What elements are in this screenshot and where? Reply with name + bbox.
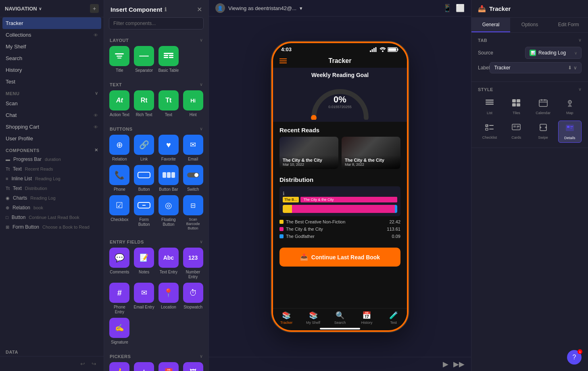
entry-fields-section-header[interactable]: ENTRY FIELDS ∨ <box>104 235 209 248</box>
picker-rating[interactable]: ★ Rating <box>133 362 155 371</box>
phone-nav-my-shelf[interactable]: 📚 My Shelf <box>300 311 326 325</box>
panel-close-button[interactable]: ✕ <box>197 6 202 13</box>
buttons-grid: ⊕ Relation 🔗 Link ♥ Favorite ✉ Email 📞 P… <box>104 135 209 235</box>
btn-button-bar[interactable]: Button Bar <box>158 165 179 192</box>
navigation-title[interactable]: NAVIGATION ∨ <box>5 6 42 12</box>
tab-general[interactable]: General <box>471 18 510 32</box>
style-cards[interactable]: Cards <box>505 121 528 143</box>
sidebar-item-user-profile[interactable]: User Profile <box>0 133 104 144</box>
sidebar-item-test[interactable]: Test <box>0 76 104 88</box>
redo-button[interactable]: ↪ <box>90 360 98 368</box>
style-checklist[interactable]: Checklist <box>478 121 501 143</box>
mobile-device-icon[interactable]: 📱 <box>443 4 452 13</box>
btn-scan-barcode[interactable]: ⊟ Scan Barcode Button <box>182 195 204 230</box>
tab-options[interactable]: Options <box>510 18 549 32</box>
undo-button[interactable]: ↩ <box>79 360 87 368</box>
component-form-button[interactable]: ⊞ Form Button Choose a Book to Read <box>0 222 104 232</box>
sidebar-item-my-shelf[interactable]: My Shelf <box>0 41 104 52</box>
btn-switch[interactable]: Switch <box>182 165 204 192</box>
sidebar-item-search[interactable]: Search <box>0 52 104 64</box>
text-section-header[interactable]: TEXT ∨ <box>104 78 209 90</box>
svg-rect-17 <box>370 50 371 52</box>
style-calendar[interactable]: Calendar <box>532 96 555 117</box>
phone-nav-search[interactable]: 🔍 Search <box>327 311 353 325</box>
phone-nav-tracker[interactable]: 📚 Tracker <box>273 311 300 325</box>
style-swipe[interactable]: Swipe <box>532 121 555 143</box>
text-rich-text[interactable]: Rt Rich Text <box>133 90 155 117</box>
entry-text-entry[interactable]: Abc Text Entry <box>158 248 179 279</box>
picker-like[interactable]: 👍 Like <box>109 362 130 371</box>
picker-date-time[interactable]: 📅 Date Time <box>158 362 179 371</box>
btn-button[interactable]: Button <box>133 165 155 192</box>
btn-email[interactable]: ✉ Email <box>182 135 204 162</box>
component-text-distribution[interactable]: Tt Text Distribution <box>0 183 104 193</box>
preview-next-button[interactable]: ▶▶ <box>453 360 465 369</box>
layout-separator[interactable]: Separator <box>133 46 155 73</box>
sidebar-item-history[interactable]: History <box>0 64 104 76</box>
layout-section-header[interactable]: LAYOUT ∨ <box>104 33 209 46</box>
buttons-section-header[interactable]: BUTTONS ∨ <box>104 122 209 135</box>
sidebar-item-collections[interactable]: Collections 👁 <box>0 29 104 41</box>
viewer-info[interactable]: 👤 Viewing as deentristan42@... ▾ <box>215 3 302 13</box>
btn-relation[interactable]: ⊕ Relation <box>109 135 130 162</box>
component-text-recent-reads[interactable]: Tt Text Recent Reads <box>0 164 104 174</box>
entry-email-entry[interactable]: ✉ Email Entry <box>133 283 155 315</box>
layout-basic-table[interactable]: Basic Table <box>158 46 179 73</box>
hamburger-menu-icon[interactable] <box>279 58 287 63</box>
component-progress-bar[interactable]: ▬ Progress Bar duration <box>0 154 104 164</box>
entry-number-entry[interactable]: 123 Number Entry <box>182 248 204 279</box>
pickers-section-header[interactable]: PICKERS ∨ <box>104 350 209 362</box>
sidebar-item-shopping-cart[interactable]: Shopping Cart 👁 <box>0 121 104 133</box>
btn-phone[interactable]: 📞 Phone <box>109 165 130 192</box>
style-map[interactable]: Map <box>558 96 582 117</box>
style-tiles[interactable]: Tiles <box>505 96 528 117</box>
sidebar-item-tracker[interactable]: Tracker <box>2 17 101 29</box>
label-input[interactable]: Tracker ⬇ ∨ <box>490 62 582 73</box>
floating-button-icon-box: ◎ <box>158 195 179 215</box>
gauge-center: 0% 0.0155720255 <box>328 94 352 109</box>
component-relation-book[interactable]: ⊕ Relation book <box>0 203 104 213</box>
read-card-2[interactable]: The City & the City Mar 8, 2022 <box>342 137 400 169</box>
read-card-1[interactable]: The City & the City Mar 10, 2022 <box>279 137 338 169</box>
text-action-text[interactable]: At Action Text <box>109 90 130 117</box>
entry-location[interactable]: 📍 Location <box>158 283 179 315</box>
entry-stopwatch[interactable]: ⏱ Stopwatch <box>182 283 204 315</box>
location-icon-box: 📍 <box>158 283 179 303</box>
text-text[interactable]: Tt Text <box>158 90 179 117</box>
source-select[interactable]: 📊 Reading Log ∨ <box>525 47 582 59</box>
sidebar-item-chat[interactable]: Chat 👁 <box>0 109 104 121</box>
btn-link[interactable]: 🔗 Link <box>133 135 155 162</box>
info-icon[interactable]: ℹ <box>165 6 167 13</box>
text-hint[interactable]: Hi Hint <box>182 90 204 117</box>
btn-floating-button[interactable]: ◎ Floating Button <box>158 195 179 230</box>
btn-checkbox[interactable]: ☑ Checkbox <box>109 195 130 230</box>
components-close-icon[interactable]: ✕ <box>94 148 98 153</box>
tablet-device-icon[interactable]: ⬜ <box>456 4 465 13</box>
add-nav-item-button[interactable]: + <box>90 4 99 13</box>
distribution-bar <box>283 205 397 213</box>
phone-nav-test[interactable]: 🧪 Test <box>380 311 407 325</box>
link-icon-box: 🔗 <box>134 135 154 155</box>
picker-image-picker[interactable]: 🖼 Image Picker <box>182 362 204 371</box>
sidebar-item-scan[interactable]: Scan <box>0 98 104 109</box>
btn-favorite[interactable]: ♥ Favorite <box>158 135 179 162</box>
btn-form-button[interactable]: Form Button <box>133 195 155 230</box>
component-button-continue[interactable]: □ Button Continue Last Read Book <box>0 213 104 222</box>
component-charts-reading-log[interactable]: ◉ Charts Reading Log <box>0 193 104 203</box>
dist-dot-blue <box>279 234 284 238</box>
tab-edit-form[interactable]: Edit Form <box>549 18 588 32</box>
continue-last-read-button[interactable]: 📥 Continue Last Read Book <box>279 248 400 267</box>
help-button[interactable]: ? 1 <box>567 350 582 365</box>
entry-phone-entry[interactable]: # Phone Entry <box>109 283 130 315</box>
filter-input[interactable] <box>109 17 204 29</box>
entry-comments[interactable]: 💬 Comments <box>109 248 130 279</box>
component-inline-list[interactable]: ≡ Inline List Reading Log <box>0 174 104 183</box>
svg-point-14 <box>194 173 198 177</box>
style-list[interactable]: List <box>478 96 501 117</box>
preview-play-button[interactable]: ▶ <box>443 360 448 369</box>
entry-signature[interactable]: ✍ Signature <box>109 318 130 345</box>
phone-nav-history[interactable]: 📅 History <box>353 311 380 325</box>
style-details[interactable]: Details <box>558 121 582 143</box>
entry-notes[interactable]: 📝 Notes <box>133 248 155 279</box>
layout-title[interactable]: Title <box>109 46 130 73</box>
